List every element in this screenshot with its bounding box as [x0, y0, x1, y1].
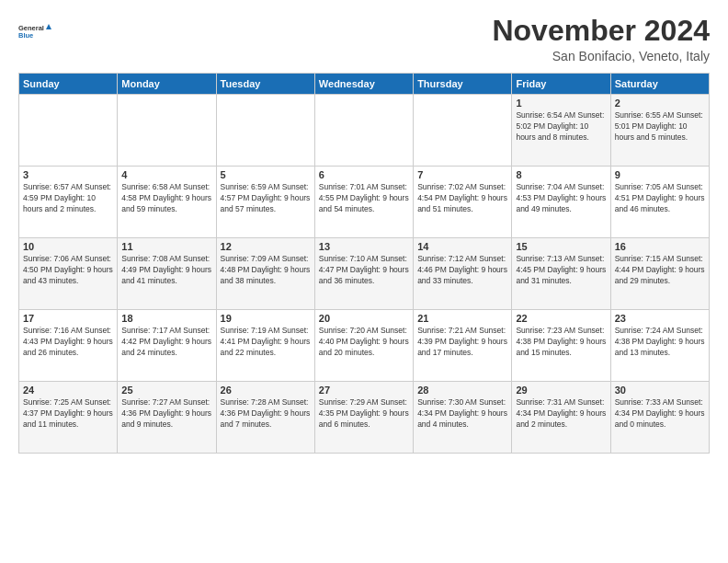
day-info: Sunrise: 7:09 AM Sunset: 4:48 PM Dayligh… — [221, 254, 311, 287]
day-cell: 2Sunrise: 6:55 AM Sunset: 5:01 PM Daylig… — [610, 95, 709, 167]
header-row: General Blue November 2024 San Bonifacio… — [18, 15, 710, 63]
day-number: 29 — [516, 385, 606, 396]
day-info: Sunrise: 7:04 AM Sunset: 4:53 PM Dayligh… — [516, 182, 606, 215]
logo: General Blue — [18, 15, 51, 48]
col-header-friday: Friday — [512, 74, 610, 95]
day-info: Sunrise: 7:19 AM Sunset: 4:41 PM Dayligh… — [221, 326, 311, 359]
day-cell: 26Sunrise: 7:28 AM Sunset: 4:36 PM Dayli… — [216, 382, 314, 454]
header-row-days: SundayMondayTuesdayWednesdayThursdayFrid… — [19, 74, 710, 95]
day-number: 30 — [615, 385, 705, 396]
day-info: Sunrise: 7:02 AM Sunset: 4:54 PM Dayligh… — [417, 182, 507, 215]
col-header-sunday: Sunday — [19, 74, 118, 95]
day-info: Sunrise: 7:30 AM Sunset: 4:34 PM Dayligh… — [417, 397, 507, 431]
day-cell: 9Sunrise: 7:05 AM Sunset: 4:51 PM Daylig… — [610, 167, 709, 238]
day-cell: 1Sunrise: 6:54 AM Sunset: 5:02 PM Daylig… — [512, 95, 610, 167]
day-number: 24 — [23, 385, 113, 396]
day-info: Sunrise: 7:13 AM Sunset: 4:45 PM Dayligh… — [516, 254, 606, 287]
day-cell: 25Sunrise: 7:27 AM Sunset: 4:36 PM Dayli… — [118, 382, 216, 454]
day-cell: 29Sunrise: 7:31 AM Sunset: 4:34 PM Dayli… — [512, 382, 610, 454]
day-info: Sunrise: 7:05 AM Sunset: 4:51 PM Dayligh… — [615, 182, 705, 215]
svg-text:Blue: Blue — [18, 31, 33, 40]
day-info: Sunrise: 7:31 AM Sunset: 4:34 PM Dayligh… — [516, 397, 606, 431]
day-info: Sunrise: 6:58 AM Sunset: 4:58 PM Dayligh… — [121, 182, 211, 215]
day-info: Sunrise: 7:28 AM Sunset: 4:36 PM Dayligh… — [221, 397, 311, 431]
day-cell: 4Sunrise: 6:58 AM Sunset: 4:58 PM Daylig… — [118, 167, 216, 238]
day-cell: 12Sunrise: 7:09 AM Sunset: 4:48 PM Dayli… — [216, 238, 314, 310]
day-info: Sunrise: 6:59 AM Sunset: 4:57 PM Dayligh… — [221, 182, 311, 215]
day-number: 3 — [23, 169, 113, 180]
day-info: Sunrise: 7:23 AM Sunset: 4:38 PM Dayligh… — [516, 326, 606, 359]
day-number: 1 — [516, 98, 606, 109]
day-number: 16 — [615, 241, 705, 252]
day-number: 28 — [417, 385, 507, 396]
col-header-wednesday: Wednesday — [314, 74, 413, 95]
col-header-monday: Monday — [118, 74, 216, 95]
day-cell: 27Sunrise: 7:29 AM Sunset: 4:35 PM Dayli… — [314, 382, 413, 454]
day-info: Sunrise: 7:24 AM Sunset: 4:38 PM Dayligh… — [615, 326, 705, 359]
day-cell — [216, 95, 314, 167]
day-info: Sunrise: 7:15 AM Sunset: 4:44 PM Dayligh… — [615, 254, 705, 287]
day-number: 18 — [121, 313, 211, 324]
day-info: Sunrise: 7:25 AM Sunset: 4:37 PM Dayligh… — [23, 397, 113, 431]
day-number: 25 — [121, 385, 211, 396]
day-number: 4 — [121, 169, 211, 180]
day-number: 7 — [417, 169, 507, 180]
week-row-4: 17Sunrise: 7:16 AM Sunset: 4:43 PM Dayli… — [19, 310, 710, 382]
day-info: Sunrise: 7:20 AM Sunset: 4:40 PM Dayligh… — [319, 326, 409, 359]
day-number: 9 — [615, 169, 705, 180]
week-row-3: 10Sunrise: 7:06 AM Sunset: 4:50 PM Dayli… — [19, 238, 710, 310]
day-info: Sunrise: 7:10 AM Sunset: 4:47 PM Dayligh… — [319, 254, 409, 287]
week-row-1: 1Sunrise: 6:54 AM Sunset: 5:02 PM Daylig… — [19, 95, 710, 167]
day-cell: 28Sunrise: 7:30 AM Sunset: 4:34 PM Dayli… — [414, 382, 512, 454]
day-cell — [414, 95, 512, 167]
day-info: Sunrise: 6:55 AM Sunset: 5:01 PM Dayligh… — [615, 110, 705, 144]
day-cell: 19Sunrise: 7:19 AM Sunset: 4:41 PM Dayli… — [216, 310, 314, 382]
day-number: 12 — [221, 241, 311, 252]
day-info: Sunrise: 7:21 AM Sunset: 4:39 PM Dayligh… — [417, 326, 507, 359]
day-number: 20 — [319, 313, 409, 324]
day-number: 21 — [417, 313, 507, 324]
day-info: Sunrise: 6:57 AM Sunset: 4:59 PM Dayligh… — [23, 182, 113, 215]
week-row-5: 24Sunrise: 7:25 AM Sunset: 4:37 PM Dayli… — [19, 382, 710, 454]
day-info: Sunrise: 7:06 AM Sunset: 4:50 PM Dayligh… — [23, 254, 113, 287]
day-cell: 7Sunrise: 7:02 AM Sunset: 4:54 PM Daylig… — [414, 167, 512, 238]
day-cell: 8Sunrise: 7:04 AM Sunset: 4:53 PM Daylig… — [512, 167, 610, 238]
day-cell: 23Sunrise: 7:24 AM Sunset: 4:38 PM Dayli… — [610, 310, 709, 382]
day-number: 5 — [221, 169, 311, 180]
day-number: 19 — [221, 313, 311, 324]
day-info: Sunrise: 7:29 AM Sunset: 4:35 PM Dayligh… — [319, 397, 409, 431]
day-number: 26 — [221, 385, 311, 396]
day-cell: 20Sunrise: 7:20 AM Sunset: 4:40 PM Dayli… — [314, 310, 413, 382]
day-info: Sunrise: 7:27 AM Sunset: 4:36 PM Dayligh… — [121, 397, 211, 431]
day-cell: 6Sunrise: 7:01 AM Sunset: 4:55 PM Daylig… — [314, 167, 413, 238]
day-number: 15 — [516, 241, 606, 252]
day-cell — [314, 95, 413, 167]
day-number: 17 — [23, 313, 113, 324]
title-block: November 2024 San Bonifacio, Veneto, Ita… — [492, 15, 710, 63]
day-cell: 21Sunrise: 7:21 AM Sunset: 4:39 PM Dayli… — [414, 310, 512, 382]
day-cell: 10Sunrise: 7:06 AM Sunset: 4:50 PM Dayli… — [19, 238, 118, 310]
day-info: Sunrise: 7:16 AM Sunset: 4:43 PM Dayligh… — [23, 326, 113, 359]
month-title: November 2024 — [492, 15, 710, 47]
day-cell: 30Sunrise: 7:33 AM Sunset: 4:34 PM Dayli… — [610, 382, 709, 454]
day-cell — [19, 95, 118, 167]
day-number: 23 — [615, 313, 705, 324]
col-header-tuesday: Tuesday — [216, 74, 314, 95]
day-cell: 14Sunrise: 7:12 AM Sunset: 4:46 PM Dayli… — [414, 238, 512, 310]
day-number: 14 — [417, 241, 507, 252]
day-cell: 5Sunrise: 6:59 AM Sunset: 4:57 PM Daylig… — [216, 167, 314, 238]
day-number: 11 — [121, 241, 211, 252]
day-cell: 16Sunrise: 7:15 AM Sunset: 4:44 PM Dayli… — [610, 238, 709, 310]
day-info: Sunrise: 6:54 AM Sunset: 5:02 PM Dayligh… — [516, 110, 606, 144]
day-info: Sunrise: 7:01 AM Sunset: 4:55 PM Dayligh… — [319, 182, 409, 215]
calendar-table: SundayMondayTuesdayWednesdayThursdayFrid… — [18, 73, 710, 454]
week-row-2: 3Sunrise: 6:57 AM Sunset: 4:59 PM Daylig… — [19, 167, 710, 238]
col-header-saturday: Saturday — [610, 74, 709, 95]
day-cell: 24Sunrise: 7:25 AM Sunset: 4:37 PM Dayli… — [19, 382, 118, 454]
day-number: 13 — [319, 241, 409, 252]
day-number: 2 — [615, 98, 705, 109]
day-cell: 15Sunrise: 7:13 AM Sunset: 4:45 PM Dayli… — [512, 238, 610, 310]
day-cell: 17Sunrise: 7:16 AM Sunset: 4:43 PM Dayli… — [19, 310, 118, 382]
day-info: Sunrise: 7:08 AM Sunset: 4:49 PM Dayligh… — [121, 254, 211, 287]
day-number: 22 — [516, 313, 606, 324]
